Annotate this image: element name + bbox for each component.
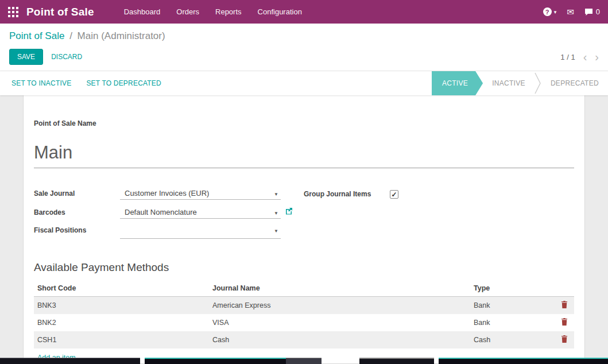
trash-icon bbox=[561, 335, 568, 343]
control-panel: Point of Sale / Main (Administrator) SAV… bbox=[0, 24, 608, 71]
navbar-right: ? ▾ ✉ 0 bbox=[543, 7, 600, 17]
delete-row-button[interactable] bbox=[561, 318, 568, 327]
background-window[interactable] bbox=[145, 358, 286, 364]
breadcrumb-current: Main (Administrator) bbox=[78, 30, 165, 41]
taskbar-windows bbox=[0, 358, 608, 364]
messages-icon[interactable]: ✉ bbox=[567, 7, 574, 17]
table-row[interactable]: CSH1 Cash Cash bbox=[34, 331, 574, 348]
chat-counter[interactable]: 0 bbox=[584, 7, 600, 16]
fiscal-positions-select[interactable]: ▼ bbox=[120, 229, 281, 239]
cell-short-code[interactable]: CSH1 bbox=[34, 331, 209, 348]
background-window[interactable] bbox=[286, 358, 322, 364]
delete-row-button[interactable] bbox=[561, 301, 568, 310]
external-link-icon[interactable] bbox=[285, 207, 293, 215]
table-row[interactable]: BNK3 American Express Bank bbox=[34, 297, 574, 315]
payment-methods-table: Short Code Journal Name Type BNK3 Americ… bbox=[34, 281, 574, 348]
payment-methods-title: Available Payment Methods bbox=[34, 261, 574, 274]
content-area: Point of Sale Name Main Sale Journal Cus… bbox=[0, 95, 608, 364]
fiscal-positions-label: Fiscal Positions bbox=[34, 226, 120, 234]
chat-bubble-icon bbox=[584, 8, 593, 16]
cell-type[interactable]: Bank bbox=[470, 297, 555, 315]
column-journal-name[interactable]: Journal Name bbox=[209, 281, 470, 297]
help-menu[interactable]: ? ▾ bbox=[543, 7, 557, 16]
set-to-inactive-button[interactable]: SET TO INACTIVE bbox=[11, 79, 71, 87]
menu-dashboard[interactable]: Dashboard bbox=[124, 7, 161, 16]
stage-chevron-icon bbox=[535, 71, 541, 95]
delete-row-button[interactable] bbox=[561, 335, 568, 344]
chevron-down-icon: ▾ bbox=[554, 9, 557, 15]
taskbar-gap bbox=[434, 358, 439, 364]
cell-short-code[interactable]: BNK2 bbox=[34, 314, 209, 331]
breadcrumb-separator: / bbox=[69, 30, 72, 41]
cell-journal-name[interactable]: VISA bbox=[209, 314, 470, 331]
background-window[interactable] bbox=[0, 358, 140, 364]
chat-count: 0 bbox=[596, 7, 600, 16]
barcodes-value: Default Nomenclature bbox=[125, 208, 197, 216]
help-icon: ? bbox=[543, 7, 552, 16]
taskbar-gap bbox=[322, 358, 359, 364]
menu-orders[interactable]: Orders bbox=[176, 7, 199, 16]
background-window[interactable] bbox=[439, 358, 608, 364]
pager-next-icon[interactable]: › bbox=[595, 51, 599, 63]
discard-button[interactable]: DISCARD bbox=[43, 49, 90, 64]
sale-journal-select[interactable]: Customer Invoices (EUR) ▼ bbox=[120, 189, 281, 200]
breadcrumb: Point of Sale / Main (Administrator) bbox=[9, 30, 599, 42]
column-actions bbox=[555, 281, 574, 297]
pager-previous-icon[interactable]: ‹ bbox=[583, 51, 587, 63]
menu-configuration[interactable]: Configuration bbox=[258, 7, 302, 16]
cell-type[interactable]: Bank bbox=[470, 314, 555, 331]
column-type[interactable]: Type bbox=[470, 281, 555, 297]
pager: 1 / 1 ‹ › bbox=[560, 51, 599, 63]
dropdown-caret-icon: ▼ bbox=[274, 229, 278, 234]
cell-journal-name[interactable]: Cash bbox=[209, 331, 470, 348]
cell-short-code[interactable]: BNK3 bbox=[34, 297, 209, 315]
taskbar-gap bbox=[140, 358, 145, 364]
sale-journal-value: Customer Invoices (EUR) bbox=[125, 189, 209, 198]
group-journal-items-label: Group Journal Items bbox=[304, 190, 390, 198]
pos-name-input[interactable]: Main bbox=[34, 142, 574, 168]
stage-active[interactable]: ACTIVE bbox=[432, 71, 483, 95]
table-row[interactable]: BNK2 VISA Bank bbox=[34, 314, 574, 331]
trash-icon bbox=[561, 301, 568, 308]
app-title: Point of Sale bbox=[26, 6, 94, 18]
main-menu: Dashboard Orders Reports Configuration bbox=[124, 7, 302, 16]
background-window[interactable] bbox=[359, 358, 434, 364]
statusbar: SET TO INACTIVE SET TO DEPRECATED ACTIVE… bbox=[0, 71, 608, 95]
stage-deprecated[interactable]: DEPRECATED bbox=[541, 71, 608, 95]
stage-inactive[interactable]: INACTIVE bbox=[483, 71, 535, 95]
dropdown-caret-icon: ▼ bbox=[274, 192, 278, 197]
status-stages: ACTIVE INACTIVE DEPRECATED bbox=[432, 71, 608, 95]
apps-grid-icon[interactable] bbox=[8, 7, 18, 17]
pager-value: 1 / 1 bbox=[560, 53, 575, 61]
trash-icon bbox=[561, 318, 568, 326]
column-short-code[interactable]: Short Code bbox=[34, 281, 209, 297]
menu-reports[interactable]: Reports bbox=[215, 7, 242, 16]
form-sheet: Point of Sale Name Main Sale Journal Cus… bbox=[23, 95, 585, 364]
breadcrumb-parent[interactable]: Point of Sale bbox=[9, 30, 64, 41]
top-navbar: Point of Sale Dashboard Orders Reports C… bbox=[0, 0, 608, 24]
save-button[interactable]: SAVE bbox=[9, 49, 43, 65]
group-journal-items-checkbox[interactable]: ✓ bbox=[390, 190, 398, 199]
barcodes-select[interactable]: Default Nomenclature ▼ bbox=[120, 208, 281, 219]
sale-journal-label: Sale Journal bbox=[34, 189, 120, 198]
dropdown-caret-icon: ▼ bbox=[274, 211, 278, 216]
barcodes-label: Barcodes bbox=[34, 208, 120, 216]
cell-journal-name[interactable]: American Express bbox=[209, 297, 470, 315]
set-to-deprecated-button[interactable]: SET TO DEPRECATED bbox=[86, 79, 161, 87]
pos-name-label: Point of Sale Name bbox=[34, 119, 574, 127]
cell-type[interactable]: Cash bbox=[470, 331, 555, 348]
